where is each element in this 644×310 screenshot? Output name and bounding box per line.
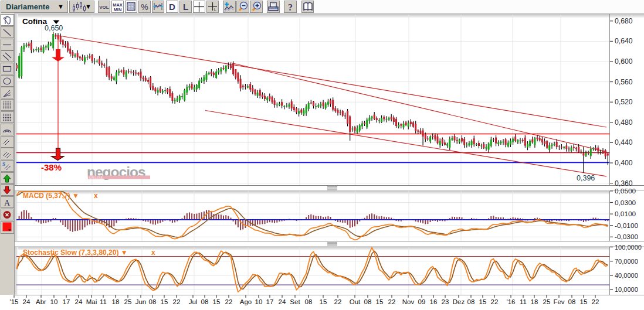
svg-text:-0,0100: -0,0100 [615,222,638,230]
svg-text:L: L [183,2,188,12]
svg-text:Nov: Nov [402,298,415,305]
svg-text:0,0300: 0,0300 [615,199,636,207]
svg-text:15: 15 [161,298,168,305]
svg-text:Jul: Jul [189,298,198,305]
svg-text:22: 22 [388,298,396,305]
svg-text:18: 18 [531,298,538,305]
svg-text:Set: Set [290,298,300,305]
svg-text:S: S [2,161,5,167]
svg-text:0,680: 0,680 [615,17,633,25]
svg-text:100,0000: 100,0000 [615,244,642,251]
svg-text:'15: '15 [10,298,19,305]
svg-text:08: 08 [201,298,209,305]
svg-text:25: 25 [124,298,132,305]
svg-text:%: % [141,2,148,12]
svg-text:VOL: VOL [99,5,109,10]
svg-text:08: 08 [568,298,576,305]
svg-text:24: 24 [279,298,286,305]
svg-text:Jun: Jun [135,298,147,305]
svg-text:08: 08 [467,298,475,305]
svg-text:15: 15 [479,298,487,305]
svg-text:22: 22 [592,298,599,305]
svg-text:Ago: Ago [240,298,252,305]
svg-text:22: 22 [334,298,342,305]
svg-text:0,650: 0,650 [45,24,63,32]
svg-text:10: 10 [255,298,263,305]
svg-text:08: 08 [364,298,372,305]
svg-text:'16: '16 [507,298,516,305]
svg-text:15: 15 [580,298,588,305]
svg-text:16: 16 [430,298,438,305]
svg-text:0,520: 0,520 [615,98,633,106]
svg-text:-0,0300: -0,0300 [615,233,638,241]
svg-text:0,0500: 0,0500 [615,187,636,195]
svg-text:ONLINE: ONLINE [89,176,103,179]
svg-text:70,0000: 70,0000 [615,258,638,265]
svg-text:18: 18 [112,298,120,305]
svg-text:Out: Out [350,298,361,305]
svg-text:08: 08 [149,298,157,305]
svg-text:Dez: Dez [453,298,465,305]
svg-text:0,600: 0,600 [615,57,633,66]
svg-text:0,440: 0,440 [615,138,633,147]
svg-text:10: 10 [50,298,58,305]
svg-text:24: 24 [75,298,83,305]
svg-text:25: 25 [543,298,551,305]
svg-text:08: 08 [305,298,313,305]
svg-text:09: 09 [418,298,426,305]
svg-text:0,360: 0,360 [615,179,633,188]
svg-text:11: 11 [100,298,107,305]
svg-text:Cofina: Cofina [22,17,47,26]
svg-text:0,396: 0,396 [577,174,595,182]
svg-text:15: 15 [376,298,384,305]
svg-text:17: 17 [266,298,274,305]
svg-text:0,640: 0,640 [615,37,633,45]
svg-text:24: 24 [23,298,30,305]
svg-text:40,0000: 40,0000 [615,272,638,279]
svg-text:Abr: Abr [36,298,46,305]
svg-text:Stochastic Slow (7,3,3,80,20): Stochastic Slow (7,3,3,80,20) ▼ [23,248,128,257]
svg-text:0,400: 0,400 [615,159,633,167]
svg-text:22: 22 [491,298,499,305]
svg-text:15: 15 [320,298,327,305]
svg-text:22: 22 [225,298,233,305]
svg-text:10,0000: 10,0000 [615,286,638,293]
svg-text:Mai: Mai [86,298,97,305]
svg-text:17: 17 [63,298,70,305]
svg-text:0,560: 0,560 [615,78,633,86]
svg-text:23: 23 [442,298,449,305]
svg-text:D: D [169,2,175,12]
svg-text:Fev: Fev [553,298,564,305]
svg-text:0,480: 0,480 [615,118,633,127]
svg-text:0,0100: 0,0100 [615,210,636,218]
svg-text:?: ? [288,2,293,12]
svg-text:MACD (5,37,7) ▼: MACD (5,37,7) ▼ [23,192,79,200]
svg-text:L: L [214,8,216,12]
svg-text:A: A [4,199,11,207]
svg-text:x: x [151,248,155,257]
svg-text:11: 11 [520,298,527,305]
svg-text:-38%: -38% [41,162,62,172]
svg-text:22: 22 [173,298,181,305]
svg-text:x: x [94,192,98,200]
svg-text:15: 15 [213,298,221,305]
svg-text:MIN: MIN [114,7,122,12]
